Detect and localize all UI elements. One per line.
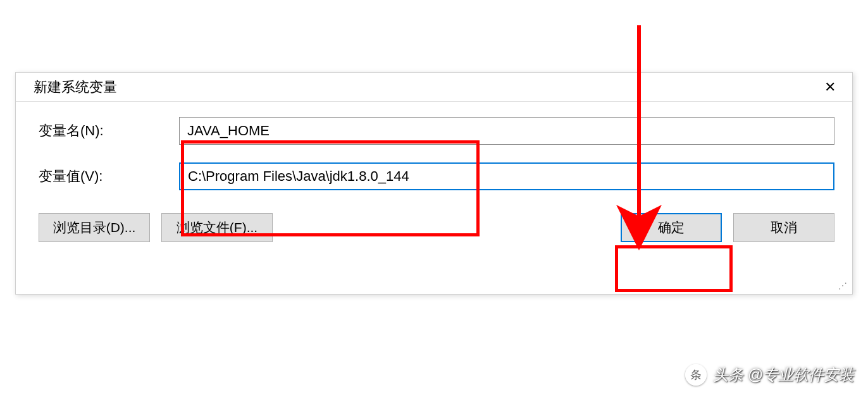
dialog-content: 变量名(N): 变量值(V): 浏览目录(D)... 浏览文件(F)... 确定… [16, 102, 852, 250]
variable-name-label: 变量名(N): [34, 121, 179, 140]
variable-name-row: 变量名(N): [34, 117, 834, 145]
variable-value-label: 变量值(V): [34, 167, 179, 186]
close-icon[interactable]: ✕ [819, 76, 841, 98]
watermark-text: 头条 @专业软件安装 [713, 365, 854, 385]
browse-file-button[interactable]: 浏览文件(F)... [161, 213, 273, 242]
watermark: 条 头条 @专业软件安装 [685, 364, 854, 386]
new-system-variable-dialog: 新建系统变量 ✕ 变量名(N): 变量值(V): 浏览目录(D)... 浏览文件… [15, 72, 853, 295]
titlebar: 新建系统变量 ✕ [16, 73, 852, 102]
cancel-button[interactable]: 取消 [733, 213, 834, 242]
dialog-title: 新建系统变量 [34, 78, 117, 97]
variable-value-input[interactable] [179, 162, 834, 190]
watermark-logo-icon: 条 [685, 364, 707, 386]
ok-button[interactable]: 确定 [621, 213, 722, 242]
resize-grip-icon[interactable]: ⋰ [838, 281, 850, 293]
variable-value-row: 变量值(V): [34, 162, 834, 190]
variable-name-input[interactable] [179, 117, 834, 145]
browse-directory-button[interactable]: 浏览目录(D)... [39, 213, 150, 242]
button-row: 浏览目录(D)... 浏览文件(F)... 确定 取消 [34, 213, 834, 242]
